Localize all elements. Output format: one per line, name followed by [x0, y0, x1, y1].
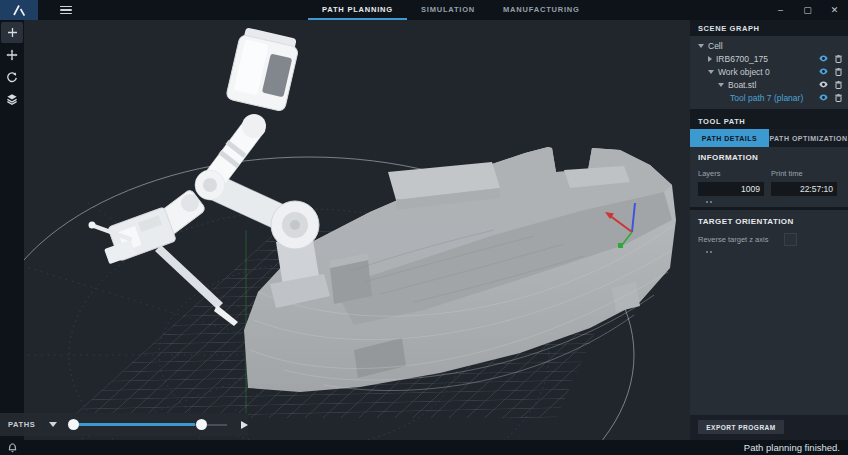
tab-path-planning[interactable]: PATH PLANNING	[308, 0, 407, 20]
visibility-eye-icon[interactable]	[819, 81, 828, 88]
right-panel: SCENE GRAPH Cell IRB6700_175 Work object…	[690, 20, 848, 440]
reverse-z-label: Reverse target z axis	[698, 235, 768, 244]
layers-value-field[interactable]: 1009	[698, 182, 764, 196]
slider-handle-start[interactable]	[68, 419, 79, 430]
paths-dropdown-icon[interactable]	[49, 422, 57, 427]
tab-path-optimization[interactable]: PATH OPTIMIZATION	[769, 129, 848, 147]
viewport-canvas[interactable]	[24, 20, 690, 440]
print-time-label: Print time	[771, 169, 837, 178]
tree-node-robot[interactable]: IRB6700_175	[690, 52, 848, 65]
visibility-eye-icon[interactable]	[819, 94, 828, 101]
menu-icon[interactable]	[60, 6, 72, 15]
delete-trash-icon[interactable]	[835, 55, 842, 63]
add-tool-button[interactable]	[1, 22, 23, 43]
status-bar: Path planning finished.	[0, 440, 848, 455]
export-program-button[interactable]: EXPORT PROGRAM	[698, 420, 784, 434]
chevron-down-icon[interactable]	[708, 70, 714, 74]
rotate-tool-button[interactable]	[1, 66, 23, 87]
delete-trash-icon[interactable]	[835, 68, 842, 76]
top-bar: PATH PLANNING SIMULATION MANUFACTURING –…	[0, 0, 848, 20]
information-title: INFORMATION	[698, 153, 840, 162]
tree-node-cell[interactable]: Cell	[690, 39, 848, 52]
scene-graph-tree: Cell IRB6700_175 Work object 0	[690, 36, 848, 109]
ai-build-logo-icon	[11, 3, 27, 17]
plus-icon	[7, 27, 18, 38]
tree-node-boat-stl[interactable]: Boat.stl	[690, 78, 848, 91]
move-icon	[6, 49, 18, 61]
status-message: Path planning finished.	[744, 442, 848, 453]
window-controls: – ▢ ✕	[767, 0, 848, 20]
robot-arm[interactable]	[89, 26, 331, 326]
main-tabs: PATH PLANNING SIMULATION MANUFACTURING	[308, 0, 594, 20]
layers-tool-button[interactable]	[1, 88, 23, 109]
left-toolbar	[0, 20, 24, 440]
viewport-3d[interactable]	[24, 20, 690, 440]
section-resize-handle[interactable]	[700, 201, 840, 203]
visibility-eye-icon[interactable]	[819, 55, 828, 62]
rotate-icon	[6, 71, 18, 83]
slider-handle-end[interactable]	[196, 419, 207, 430]
slider-range	[69, 423, 195, 426]
visibility-eye-icon[interactable]	[819, 68, 828, 75]
move-tool-button[interactable]	[1, 44, 23, 65]
path-details-panel: INFORMATION Layers 1009 Print time 22:57…	[690, 147, 848, 440]
layers-icon	[6, 93, 18, 105]
chevron-down-icon[interactable]	[718, 83, 724, 87]
tab-simulation[interactable]: SIMULATION	[407, 0, 489, 20]
tab-path-details[interactable]: PATH DETAILS	[690, 129, 769, 147]
play-button[interactable]	[241, 421, 248, 429]
close-button[interactable]: ✕	[821, 0, 848, 20]
delete-trash-icon[interactable]	[835, 81, 842, 89]
scene-graph-header: SCENE GRAPH	[690, 20, 848, 36]
maximize-button[interactable]: ▢	[794, 0, 821, 20]
tab-manufacturing[interactable]: MANUFACTURING	[489, 0, 594, 20]
tree-node-tool-path[interactable]: Tool path 7 (planar)	[690, 91, 848, 104]
paths-range-slider[interactable]	[69, 419, 227, 431]
layers-label: Layers	[698, 169, 764, 178]
tool-path-tabs: PATH DETAILS PATH OPTIMIZATION	[690, 129, 848, 147]
tool-path-header: TOOL PATH	[690, 113, 848, 129]
target-orientation-title: TARGET ORIENTATION	[698, 217, 840, 226]
minimize-button[interactable]: –	[767, 0, 794, 20]
tree-node-work-object[interactable]: Work object 0	[690, 65, 848, 78]
chevron-right-icon[interactable]	[708, 56, 712, 62]
bell-icon[interactable]	[8, 439, 17, 455]
print-time-value-field[interactable]: 22:57:10	[771, 182, 837, 196]
paths-label: PATHS	[8, 420, 35, 429]
app-logo[interactable]	[0, 0, 38, 20]
delete-trash-icon[interactable]	[835, 94, 842, 102]
reverse-z-checkbox[interactable]	[784, 233, 797, 246]
chevron-down-icon[interactable]	[698, 44, 704, 48]
paths-playback-bar: PATHS	[0, 413, 248, 436]
